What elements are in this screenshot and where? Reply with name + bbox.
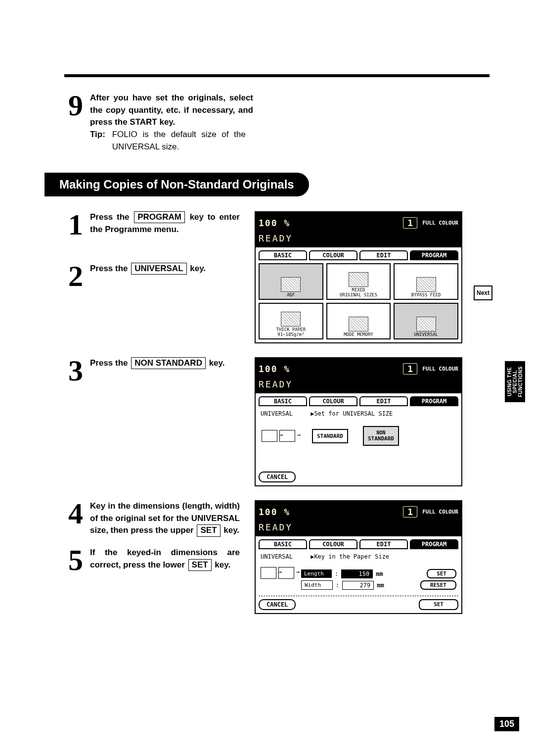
full-colour-label-2: FULL COLOUR [422,366,458,372]
percent-display-2: 100 % [259,364,290,374]
universal-key: UNIVERSAL [131,263,186,275]
tip-label: Tip: [90,129,110,141]
step-number-3: 3 [64,357,87,384]
length-label: Length [301,569,332,578]
cell-bypass[interactable]: BYPASS FEED [394,263,458,300]
copy-count: 1 [403,217,417,229]
tab-edit-2[interactable]: EDIT [359,396,408,406]
universal-icon [416,317,436,331]
full-colour-label: FULL COLOUR [422,220,458,226]
step-3-pre: Press the [90,358,128,368]
tab-basic-2[interactable]: BASIC [259,396,307,406]
tab-edit[interactable]: EDIT [359,250,408,260]
bypass-icon [416,277,436,292]
step-4: 4 Key in the dimensions (length, width) … [64,500,240,537]
full-colour-label-3: FULL COLOUR [422,509,458,515]
ready-label: READY [255,233,462,246]
tab-basic-3[interactable]: BASIC [259,539,307,549]
step-1-pre: Press the [90,212,130,222]
tip-text: FOLIO is the default size of the UNIVERS… [112,129,246,153]
tab-program[interactable]: PROGRAM [410,250,458,260]
side-tab: USING THE SPECIAL FUNCTIONS [505,361,525,402]
standard-button[interactable]: STANDARD [312,429,348,443]
step-number-2: 2 [64,263,87,289]
step-2-post: key. [190,264,206,273]
step-1: 1 Press the PROGRAM key to enter the Pro… [64,211,240,238]
tab-colour-3[interactable]: COLOUR [309,539,357,549]
step-9-text: After you have set the originals, select… [90,93,253,127]
thick-paper-icon [281,312,301,327]
tab-edit-3[interactable]: EDIT [359,539,408,549]
copy-count-2: 1 [403,363,417,375]
mode-memory-icon [349,317,368,331]
reset-button[interactable]: RESET [420,580,456,590]
cell-mode-memory[interactable]: MODE MEMORY [326,303,391,339]
step-3-post: key. [209,358,225,368]
universal-subhead-3: UNIVERSAL [261,553,293,560]
paper-size-subtext: ▶Key in the Paper Size [311,553,389,560]
cell-adf[interactable]: ADF [259,263,323,300]
mixed-icon [349,272,368,287]
set-button-lower[interactable]: SET [419,599,458,610]
set-key-upper: SET [197,524,220,536]
tab-basic[interactable]: BASIC [259,250,307,260]
tab-colour-2[interactable]: COLOUR [309,396,357,406]
length-value[interactable]: 150 [341,569,373,578]
percent-display-3: 100 % [259,507,290,517]
step-number-1: 1 [64,211,87,238]
step-number-4: 4 [64,500,87,527]
step-4-post: key. [223,525,239,535]
set-button-upper[interactable]: SET [427,569,456,578]
universal-subhead: UNIVERSAL [261,410,293,417]
step-number-9: 9 [64,92,87,119]
ready-label-3: READY [255,522,462,535]
percent-display: 100 % [259,218,290,228]
next-button[interactable]: Next [474,285,492,300]
cell-mixed[interactable]: MIXED ORIGINAL SIZES [326,263,391,300]
step-2-pre: Press the [90,264,128,273]
step-2: 2 Press the UNIVERSAL key. [64,263,240,289]
program-key: PROGRAM [134,211,185,223]
copy-count-3: 1 [403,506,417,518]
cancel-button-3[interactable]: CANCEL [259,599,296,610]
paper-direction-icon [262,430,277,442]
cancel-button[interactable]: CANCEL [259,472,296,482]
nonstandard-key: NON STANDARD [131,357,206,369]
tab-colour[interactable]: COLOUR [309,250,357,260]
lcd-screen-1: 100 % 1 FULL COLOUR READY BASIC COLOUR E… [255,211,462,343]
ready-label-2: READY [255,379,462,392]
adf-icon [281,277,301,292]
section-heading: Making Copies of Non-Standard Originals [44,173,309,196]
step-5: 5 If the keyed-in dimensions are correct… [64,547,240,573]
cell-thick-paper[interactable]: THICK PAPER 91~105g/m² [259,303,323,339]
set-key-lower: SET [188,559,212,571]
lcd-screen-3: 100 % 1 FULL COLOUR READY BASIC COLOUR E… [255,500,462,614]
width-value[interactable]: 279 [342,581,374,590]
non-standard-button[interactable]: NON STANDARD [363,426,399,446]
lcd-screen-2: 100 % 1 FULL COLOUR READY BASIC COLOUR E… [255,357,462,486]
tab-program-3[interactable]: PROGRAM [410,539,458,549]
step-5-post: key. [215,560,230,569]
tab-program-2[interactable]: PROGRAM [410,396,458,406]
width-label: Width [301,580,333,590]
paper-icon-3 [278,567,294,579]
step-number-5: 5 [64,547,87,573]
cell-universal[interactable]: UNIVERSAL [394,303,458,339]
page-number: 105 [494,717,519,731]
divider [259,596,458,596]
step-3: 3 Press the NON STANDARD key. [64,357,240,384]
paper-icon [279,430,295,442]
universal-subtext: ▶Set for UNIVERSAL SIZE [311,410,393,417]
paper-direction-icon-3 [261,567,276,579]
step-9: 9 After you have set the originals, sele… [64,92,490,153]
